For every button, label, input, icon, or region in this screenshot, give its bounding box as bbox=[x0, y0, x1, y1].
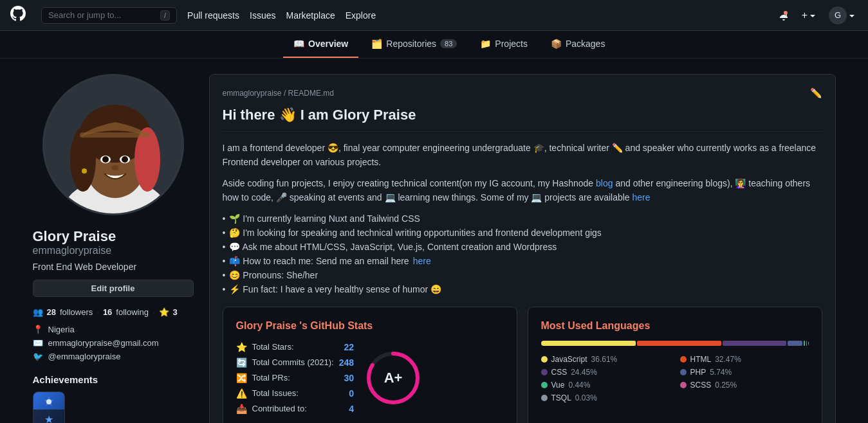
readme-para1: I am a frontend developer 😎, final year … bbox=[223, 141, 822, 170]
svg-point-13 bbox=[82, 168, 87, 174]
js-name: JavaScript bbox=[551, 355, 587, 364]
followers-icon: 👥 bbox=[33, 307, 43, 317]
tab-overview-label: Overview bbox=[308, 39, 348, 49]
svg-rect-12 bbox=[80, 132, 151, 138]
notifications-button[interactable] bbox=[776, 8, 791, 23]
profile-username: emmaglorypraise bbox=[33, 245, 112, 256]
language-bar bbox=[541, 341, 809, 346]
lang-bar-html bbox=[637, 341, 721, 346]
tsql-dot bbox=[541, 395, 548, 401]
vue-dot bbox=[541, 382, 548, 388]
navbar-right: + G bbox=[776, 4, 858, 27]
php-name: PHP bbox=[690, 368, 706, 377]
grade-display: A+ bbox=[364, 349, 422, 407]
nav-issues[interactable]: Issues bbox=[250, 10, 275, 21]
location-icon: 📍 bbox=[33, 325, 43, 334]
php-pct: 5.74% bbox=[710, 368, 732, 377]
grade-wrapper: ⭐ Total Stars: 22 🔄 Total Commits (2021)… bbox=[236, 342, 504, 414]
lang-bar-js bbox=[541, 341, 636, 346]
issues-value: 0 bbox=[349, 388, 354, 399]
lang-item-php: PHP 5.74% bbox=[680, 368, 809, 377]
bullet-4: •📫 How to reach me: Send me an email her… bbox=[223, 254, 822, 268]
tsql-name: TSQL bbox=[551, 393, 571, 402]
prs-stat-icon: 🔀 bbox=[236, 373, 247, 383]
blog-link[interactable]: blog bbox=[596, 178, 613, 188]
badge-top bbox=[33, 392, 64, 410]
badge-bottom: ★ bbox=[33, 410, 64, 423]
lang-item-js: JavaScript 36.61% bbox=[541, 355, 670, 364]
stat-row-stars: ⭐ Total Stars: 22 bbox=[236, 342, 355, 352]
tsql-pct: 0.03% bbox=[575, 393, 597, 402]
stat-row-issues: ⚠️ Total Issues: 0 bbox=[236, 388, 355, 399]
tab-packages[interactable]: 📦 Packages bbox=[540, 31, 615, 58]
create-button[interactable]: + bbox=[799, 7, 818, 24]
svg-point-10 bbox=[122, 156, 128, 163]
email-value: emmaglorypraise@gmail.com bbox=[48, 338, 159, 348]
nav-marketplace[interactable]: Marketplace bbox=[286, 10, 335, 21]
bullet-5: •😊 Pronouns: She/her bbox=[223, 268, 822, 282]
language-legend: JavaScript 36.61% HTML 32.47% CSS 24.45% bbox=[541, 355, 809, 402]
avatar: G bbox=[829, 6, 847, 24]
profile-name: Glory Praise bbox=[33, 228, 116, 245]
lang-item-html: HTML 32.47% bbox=[680, 355, 809, 364]
profile-tab-bar: 📖 Overview 🗂️ Repositories 83 📁 Projects… bbox=[0, 31, 868, 59]
tab-projects[interactable]: 📁 Projects bbox=[470, 31, 538, 58]
scss-dot bbox=[680, 382, 687, 388]
overview-icon: 📖 bbox=[293, 39, 304, 49]
search-input[interactable] bbox=[48, 10, 156, 20]
profile-avatar: 😊 bbox=[42, 74, 184, 215]
lang-bar-vue bbox=[804, 341, 805, 346]
star-icon: ⭐ bbox=[159, 307, 169, 317]
navbar: / Pull requests Issues Marketplace Explo… bbox=[0, 0, 868, 31]
projects-link[interactable]: here bbox=[633, 192, 651, 203]
bullet-1: •🌱 I'm currently learning Nuxt and Tailw… bbox=[223, 212, 822, 226]
achievements-section: Achievements ★ bbox=[33, 374, 98, 423]
search-bar[interactable]: / bbox=[41, 7, 177, 24]
readme-edit-icon[interactable]: ✏️ bbox=[810, 87, 822, 99]
commits-stat-icon: 🔄 bbox=[236, 357, 247, 368]
badge-star-icon: ★ bbox=[44, 413, 53, 423]
followers-row: 👥 28 followers · 16 following · ⭐ 3 bbox=[33, 307, 178, 317]
bullet-3: •💬 Ask me about HTML/CSS, JavaScript, Vu… bbox=[223, 240, 822, 254]
user-menu-button[interactable]: G bbox=[826, 4, 858, 27]
edit-profile-button[interactable]: Edit profile bbox=[33, 280, 194, 297]
main-layout: 😊 Glory Praise emmaglorypraise Front End… bbox=[23, 59, 846, 423]
scss-pct: 0.25% bbox=[715, 381, 737, 390]
prs-label: Total PRs: bbox=[252, 373, 339, 382]
commits-value: 248 bbox=[339, 357, 354, 368]
profile-meta: 📍 Nigeria ✉️ emmaglorypraise@gmail.com 🐦… bbox=[33, 325, 159, 361]
css-name: CSS bbox=[551, 368, 568, 377]
email-link[interactable]: here bbox=[413, 256, 431, 266]
tab-packages-label: Packages bbox=[566, 39, 605, 49]
readme-para2: Aside coding fun projects, I enjoy creat… bbox=[223, 176, 822, 205]
tab-repositories[interactable]: 🗂️ Repositories 83 bbox=[361, 31, 467, 58]
readme-title: Hi there 👋 I am Glory Praise bbox=[223, 107, 822, 123]
repo-count-badge: 83 bbox=[440, 39, 457, 48]
html-name: HTML bbox=[690, 355, 712, 364]
stars-label: Total Stars: bbox=[252, 342, 339, 352]
readme-bullets: •🌱 I'm currently learning Nuxt and Tailw… bbox=[223, 212, 822, 296]
bullet-2: •🤔 I'm looking for speaking and technica… bbox=[223, 226, 822, 240]
email-row: ✉️ emmaglorypraise@gmail.com bbox=[33, 338, 159, 348]
stat-row-commits: 🔄 Total Commits (2021): 248 bbox=[236, 357, 355, 368]
html-pct: 32.47% bbox=[715, 355, 741, 364]
svg-point-9 bbox=[102, 156, 109, 163]
nav-links: Pull requests Issues Marketplace Explore bbox=[187, 10, 376, 21]
nav-pull-requests[interactable]: Pull requests bbox=[187, 10, 239, 21]
readme-divider bbox=[223, 131, 822, 132]
profile-bio: Front End Web Developer bbox=[33, 262, 137, 272]
issues-label: Total Issues: bbox=[252, 388, 344, 398]
tab-projects-label: Projects bbox=[495, 39, 528, 49]
github-logo-icon[interactable] bbox=[10, 6, 26, 24]
contributed-value: 4 bbox=[349, 404, 354, 414]
css-dot bbox=[541, 369, 548, 375]
stars-count: 3 bbox=[173, 307, 178, 317]
location-value: Nigeria bbox=[48, 325, 75, 334]
tab-overview[interactable]: 📖 Overview bbox=[283, 31, 358, 58]
vue-pct: 0.44% bbox=[568, 381, 590, 390]
vue-name: Vue bbox=[551, 381, 565, 390]
nav-explore[interactable]: Explore bbox=[346, 10, 376, 21]
readme-path-file: README.md bbox=[288, 89, 334, 98]
stat-row-prs: 🔀 Total PRs: 30 bbox=[236, 373, 355, 383]
grade-value: A+ bbox=[384, 370, 403, 386]
